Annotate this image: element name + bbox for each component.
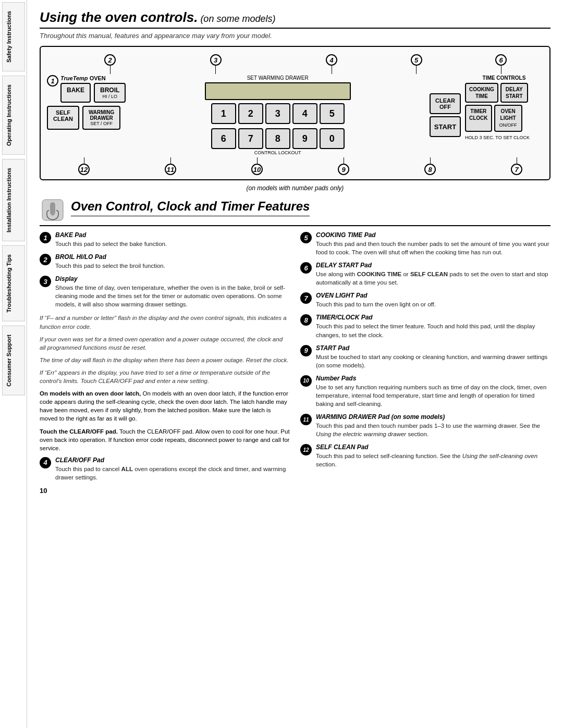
callout-4: 4 — [326, 54, 337, 66]
feature-8-text: Touch this pad to select the timer featu… — [316, 322, 550, 339]
feature-3-title: Display — [55, 275, 290, 282]
feature-num-5: 5 — [300, 232, 312, 243]
clear-off-btn[interactable]: CLEAR OFF — [430, 93, 461, 114]
feature-11: 11 WARMING DRAWER Pad (on some models) T… — [300, 413, 550, 438]
callout-1: 1 — [47, 75, 58, 87]
feature-7-title: OVEN LIGHT Pad — [316, 292, 436, 299]
time-controls-label: TIME CONTROLS — [465, 75, 543, 81]
callout-8: 8 — [424, 164, 436, 175]
feature-10: 10 Number Pads Use to set any function r… — [300, 375, 550, 408]
num-9[interactable]: 9 — [292, 128, 317, 149]
feature-num-1: 1 — [40, 232, 51, 243]
feature-11-title: WARMING DRAWER Pad (on some models) — [316, 413, 550, 421]
feature-8: 8 TIMER/CLOCK Pad Touch this pad to sele… — [300, 314, 550, 339]
clear-off-note: Touch the CLEAR/OFF pad. Touch the CLEAR… — [40, 427, 290, 452]
sidebar-tab-installation[interactable]: Installation Instructions — [2, 159, 25, 241]
truetemp-label: TrueTemp OVEN — [60, 75, 126, 81]
feature-1-text: Touch this pad to select the bake functi… — [55, 240, 167, 248]
start-btn[interactable]: START — [430, 116, 461, 137]
feature-9-title: START Pad — [316, 344, 550, 352]
main-content: Using the oven controls. (on some models… — [27, 0, 563, 504]
num-2[interactable]: 2 — [238, 103, 263, 124]
set-warming-label: SET WARMING DRAWER — [247, 75, 309, 81]
feature-12-title: SELF CLEAN Pad — [316, 443, 550, 451]
feature-6-text: Use along with COOKING TIME or SELF CLEA… — [316, 270, 550, 287]
feature-num-6: 6 — [300, 262, 312, 274]
broil-pad[interactable]: BROIL HI / LO — [94, 83, 126, 103]
features-right: 5 COOKING TIME Pad Touch this pad and th… — [300, 231, 550, 495]
feature-11-text: Touch this pad and then touch number pad… — [316, 422, 550, 438]
delay-start-btn[interactable]: DELAYSTART — [500, 83, 528, 103]
feature-num-7: 7 — [300, 292, 312, 304]
feature-num-8: 8 — [300, 314, 312, 326]
num-6[interactable]: 6 — [211, 128, 236, 149]
feature-6: 6 DELAY START Pad Use along with COOKING… — [300, 262, 550, 287]
feature-10-title: Number Pads — [316, 375, 550, 382]
num-5[interactable]: 5 — [320, 103, 345, 124]
feature-num-9: 9 — [300, 345, 312, 356]
callout-3: 3 — [210, 54, 222, 66]
feature-9-text: Must be touched to start any cooking or … — [316, 353, 550, 369]
features-left: 1 BAKE Pad Touch this pad to select the … — [40, 231, 290, 495]
bold-note: On models with an oven door latch, On mo… — [40, 389, 290, 423]
control-lockout-label: CONTROL LOCKOUT — [254, 150, 301, 155]
callout-11: 11 — [165, 164, 176, 175]
note-2: If your oven was set for a timed oven op… — [40, 335, 290, 352]
display-box — [205, 82, 351, 100]
feature-6-title: DELAY START Pad — [316, 262, 550, 269]
num-8[interactable]: 8 — [265, 128, 290, 149]
feature-1-title: BAKE Pad — [55, 231, 167, 239]
feature-7-text: Touch this pad to turn the oven light on… — [316, 300, 436, 309]
subtitle: Throughout this manual, features and app… — [40, 32, 550, 40]
num-7[interactable]: 7 — [238, 128, 263, 149]
callout-5: 5 — [411, 54, 422, 66]
section2-title: Oven Control, Clock and Timer Features — [71, 199, 310, 216]
feature-5: 5 COOKING TIME Pad Touch this pad and th… — [300, 231, 550, 256]
callout-10: 10 — [251, 164, 263, 175]
numpad: 1 2 3 4 5 — [211, 103, 345, 124]
cooking-time-btn[interactable]: COOKINGTIME — [465, 83, 498, 103]
finger-icon — [40, 197, 66, 223]
warming-drawer-pad[interactable]: WARMING DRAWER SET / OFF — [82, 106, 120, 130]
section2-header: Oven Control, Clock and Timer Features — [40, 197, 550, 223]
notes-section: If “F– and a number or letter” flash in … — [40, 314, 290, 385]
self-clean-pad[interactable]: SELF CLEAN — [47, 106, 79, 130]
feature-2: 2 BROIL HI/LO Pad Touch this pad to sele… — [40, 253, 290, 270]
num-1[interactable]: 1 — [211, 103, 236, 124]
sidebar-tab-consumer[interactable]: Consumer Support — [2, 326, 25, 396]
num-0[interactable]: 0 — [320, 128, 345, 149]
callout-6: 6 — [495, 54, 507, 66]
feature-2-text: Touch this pad to select the broil funct… — [55, 262, 165, 270]
feature-3: 3 Display Shows the time of day, oven te… — [40, 275, 290, 309]
sidebar-tab-troubleshooting[interactable]: Troubleshooting Tips — [2, 245, 25, 322]
sidebar-tab-safety[interactable]: Safety Instructions — [2, 2, 25, 71]
num-3[interactable]: 3 — [265, 103, 290, 124]
feature-num-10: 10 — [300, 375, 312, 387]
feature-7: 7 OVEN LIGHT Pad Touch this pad to turn … — [300, 292, 550, 309]
features-grid: 1 BAKE Pad Touch this pad to select the … — [40, 231, 550, 495]
feature-num-2: 2 — [40, 254, 51, 265]
timer-clock-btn[interactable]: TIMERCLOCK — [465, 105, 492, 132]
callout-9b: 9 — [338, 164, 349, 175]
feature-9: 9 START Pad Must be touched to start any… — [300, 344, 550, 369]
callout-7: 7 — [511, 164, 522, 175]
feature-2-title: BROIL HI/LO Pad — [55, 253, 165, 261]
oven-light-btn[interactable]: OVENLIGHTON/OFF — [494, 105, 522, 132]
feature-10-text: Use to set any function requiring number… — [316, 383, 550, 408]
feature-4: 4 CLEAR/OFF Pad Touch this pad to cancel… — [40, 456, 290, 482]
sidebar: Safety Instructions Operating Instructio… — [0, 0, 27, 728]
feature-12-text: Touch this pad to select self-cleaning f… — [316, 452, 550, 468]
page-number: 10 — [40, 487, 290, 495]
feature-5-text: Touch this pad and then touch the number… — [316, 240, 550, 256]
num-4[interactable]: 4 — [292, 103, 317, 124]
feature-num-11: 11 — [300, 414, 312, 425]
feature-num-4: 4 — [40, 457, 51, 468]
feature-8-title: TIMER/CLOCK Pad — [316, 314, 550, 321]
bake-pad[interactable]: BAKE — [60, 83, 91, 103]
feature-5-title: COOKING TIME Pad — [316, 231, 550, 239]
feature-3-text: Shows the time of day, oven temperature,… — [55, 283, 290, 309]
note-4: If “Err” appears in the display, you hav… — [40, 368, 290, 385]
feature-1: 1 BAKE Pad Touch this pad to select the … — [40, 231, 290, 248]
title-normal: (on some models) — [198, 14, 275, 24]
sidebar-tab-operating[interactable]: Operating Instructions — [2, 76, 25, 155]
